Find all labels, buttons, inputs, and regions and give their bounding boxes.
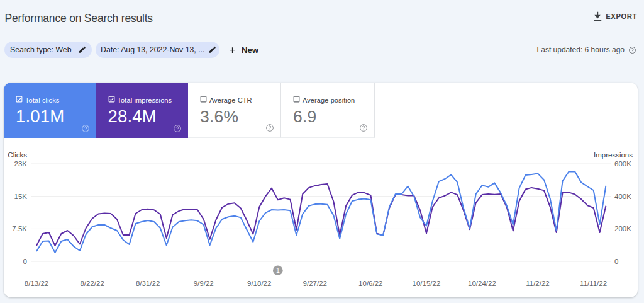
svg-text:23K: 23K (14, 160, 28, 168)
svg-text:200K: 200K (614, 225, 631, 232)
svg-text:9/9/22: 9/9/22 (194, 280, 214, 287)
svg-text:8/22/22: 8/22/22 (80, 280, 104, 287)
svg-text:11/11/22: 11/11/22 (580, 280, 607, 287)
svg-text:Impressions: Impressions (594, 151, 633, 159)
svg-text:400K: 400K (614, 193, 631, 200)
svg-text:10/24/22: 10/24/22 (468, 280, 496, 287)
svg-text:0: 0 (23, 258, 27, 265)
svg-text:Clicks: Clicks (8, 151, 27, 159)
svg-text:10/6/22: 10/6/22 (358, 280, 382, 287)
svg-text:8/31/22: 8/31/22 (136, 280, 160, 287)
svg-text:10/15/22: 10/15/22 (413, 280, 441, 287)
svg-text:7.5K: 7.5K (12, 225, 27, 232)
svg-text:8/13/22: 8/13/22 (25, 280, 48, 287)
svg-text:9/27/22: 9/27/22 (303, 280, 327, 287)
svg-text:15K: 15K (14, 193, 28, 200)
svg-text:9/18/22: 9/18/22 (247, 280, 271, 287)
svg-text:600K: 600K (614, 160, 631, 168)
svg-text:11/2/22: 11/2/22 (526, 280, 550, 287)
svg-text:1: 1 (276, 266, 280, 274)
svg-text:0: 0 (614, 258, 618, 265)
